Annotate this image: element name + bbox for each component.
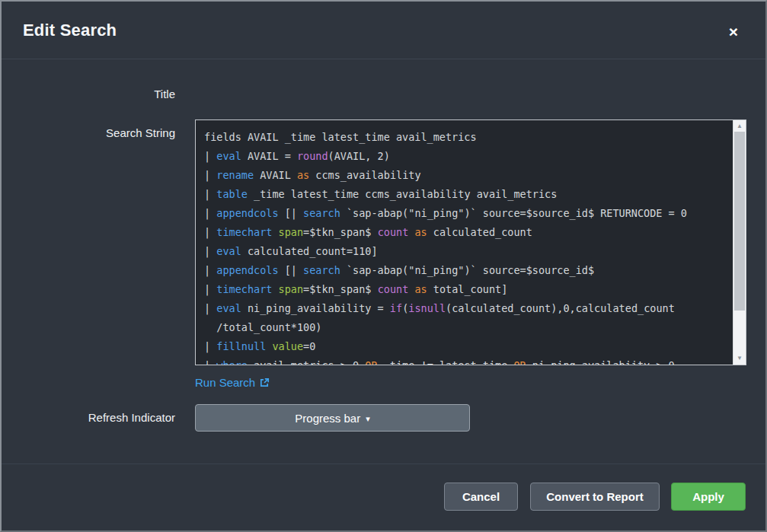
scrollbar-thumb[interactable] bbox=[734, 132, 745, 311]
cancel-button[interactable]: Cancel bbox=[444, 483, 518, 511]
dialog-header: Edit Search × bbox=[2, 2, 765, 59]
refresh-indicator-dropdown[interactable]: Progress bar ▾ bbox=[195, 404, 470, 432]
scroll-up-icon[interactable]: ▲ bbox=[733, 120, 746, 132]
run-search-link[interactable]: Run Search bbox=[195, 376, 270, 389]
chevron-down-icon: ▾ bbox=[366, 415, 370, 423]
footer-divider bbox=[2, 464, 765, 464]
search-string-label: Search String bbox=[2, 126, 175, 139]
edit-search-dialog: Edit Search × Title Search String fields… bbox=[0, 0, 767, 532]
editor-scrollbar[interactable]: ▲ ▼ bbox=[733, 120, 746, 365]
refresh-indicator-value: Progress bar bbox=[295, 412, 360, 425]
title-input[interactable] bbox=[195, 82, 576, 105]
title-label: Title bbox=[2, 88, 175, 100]
refresh-indicator-label: Refresh Indicator bbox=[2, 411, 175, 424]
close-icon[interactable]: × bbox=[724, 23, 743, 41]
dialog-title: Edit Search bbox=[23, 21, 117, 40]
scroll-down-icon[interactable]: ▼ bbox=[733, 352, 746, 365]
external-link-icon bbox=[259, 377, 270, 388]
search-string-code: fields AVAIL _time latest_time avail_met… bbox=[196, 128, 733, 365]
apply-button[interactable]: Apply bbox=[671, 483, 746, 511]
convert-to-report-button[interactable]: Convert to Report bbox=[530, 483, 660, 511]
run-search-label: Run Search bbox=[195, 376, 255, 389]
search-string-editor[interactable]: fields AVAIL _time latest_time avail_met… bbox=[195, 119, 746, 365]
